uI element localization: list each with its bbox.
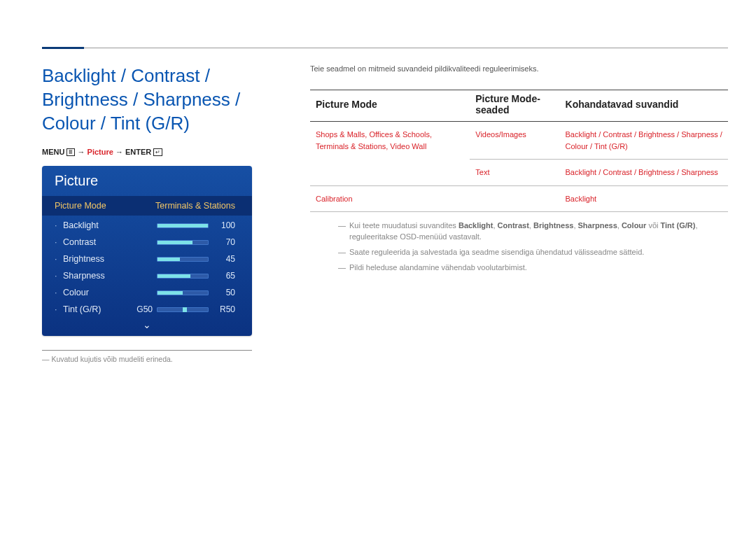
notes-list: Kui teete muudatusi suvandites Backlight… xyxy=(310,220,728,274)
th-mode: Picture Mode xyxy=(310,90,470,122)
osd-backlight-row[interactable]: · Backlight 100 xyxy=(42,217,252,234)
slider-sharpness[interactable] xyxy=(157,274,209,279)
osd-picture-mode-row[interactable]: Picture Mode Terminals & Stations xyxy=(42,196,252,216)
osd-title: Picture xyxy=(42,166,252,196)
enter-icon: ↵ xyxy=(153,148,162,156)
note-item: Kui teete muudatusi suvandites Backlight… xyxy=(338,220,728,243)
table-row: Calibration Backlight xyxy=(310,185,728,212)
osd-mode-value: Terminals & Stations xyxy=(155,201,235,211)
th-options: Kohandatavad suvandid xyxy=(560,90,728,122)
slider-contrast[interactable] xyxy=(157,240,209,245)
osd-sharpness-row[interactable]: · Sharpness 65 xyxy=(42,267,252,284)
note-item: Saate reguleerida ja salvestada iga sead… xyxy=(338,247,728,258)
slider-tint[interactable] xyxy=(157,307,209,312)
slider-brightness[interactable] xyxy=(157,257,209,262)
osd-mode-label: Picture Mode xyxy=(55,201,155,211)
osd-colour-row[interactable]: · Colour 50 xyxy=(42,284,252,301)
slider-backlight[interactable] xyxy=(157,223,209,228)
intro-text: Teie seadmel on mitmeid suvandeid pildik… xyxy=(310,64,728,73)
osd-tint-row[interactable]: · Tint (G/R) G50 R50 xyxy=(42,301,252,318)
osd-brightness-row[interactable]: · Brightness 45 xyxy=(42,251,252,267)
footnote-left: Kuvatud kujutis võib mudeliti erineda. xyxy=(42,355,284,363)
table-row: Shops & Malls, Offices & Schools, Termin… xyxy=(310,122,728,160)
osd-contrast-row[interactable]: · Contrast 70 xyxy=(42,234,252,251)
settings-table: Picture Mode Picture Mode-seaded Kohanda… xyxy=(310,90,728,212)
slider-colour[interactable] xyxy=(157,290,209,295)
chevron-down-icon[interactable]: ⌄ xyxy=(42,319,252,330)
note-item: Pildi heleduse alandamine vähendab voolu… xyxy=(338,262,728,274)
menu-path: MENU Ⅲ → Picture → ENTER ↵ xyxy=(42,148,284,156)
page-title: Backlight / Contrast / Brightness / Shar… xyxy=(42,64,284,135)
osd-panel: Picture Picture Mode Terminals & Station… xyxy=(42,166,252,336)
menu-icon: Ⅲ xyxy=(66,148,75,156)
th-settings: Picture Mode-seaded xyxy=(470,90,559,122)
